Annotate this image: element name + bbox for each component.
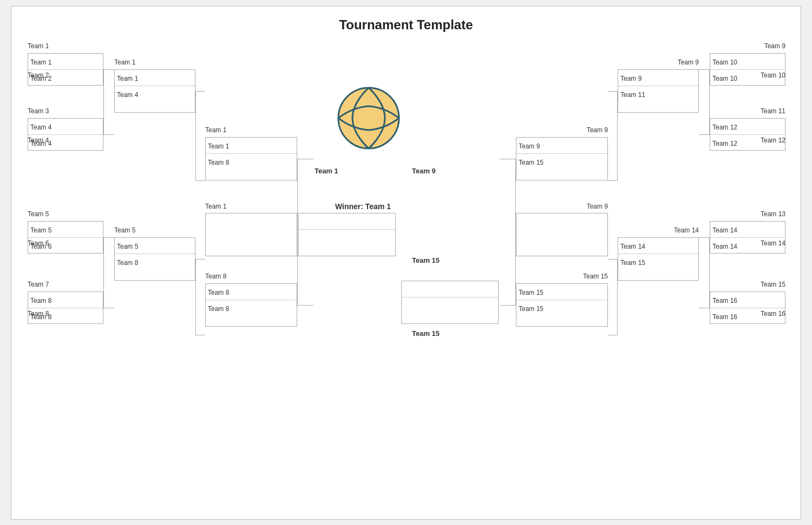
r4r-inner (516, 213, 607, 256)
conn-l5-h2 (297, 305, 313, 306)
r3-right-2-label: Team 15 (583, 273, 608, 280)
r4-left-box (205, 213, 297, 256)
r3r1-bottom: Team 15 (516, 154, 607, 170)
team-2-label: Team 2 (28, 72, 49, 79)
match-box-4: Team 8 Team 8 (28, 291, 103, 324)
conn-r5-h1 (500, 159, 516, 159)
r3-right-1-label: Team 9 (587, 126, 608, 134)
team-9-r-label: Team 9 (764, 42, 785, 50)
conn-l3-h1 (195, 91, 205, 92)
winner-label: Winner: Team 1 (335, 202, 391, 211)
final-right-bottom (402, 297, 498, 314)
conn-l1-h1 (103, 69, 114, 70)
r3-right-box-2: Team 15 Team 15 (516, 283, 608, 327)
r3-left-1-label: Team 1 (205, 126, 226, 134)
team-5-label: Team 5 (28, 210, 49, 218)
r3r1-top: Team 9 (516, 138, 607, 154)
r4-right-box (516, 213, 608, 256)
team-6-label: Team 6 (28, 239, 49, 247)
conn-r4-h1 (608, 259, 618, 260)
r4l-inner (206, 213, 297, 256)
team-4-label: Team 4 (28, 137, 49, 144)
conn-l4-h1 (195, 259, 205, 260)
conn-l2-h1 (103, 237, 114, 238)
match-box-12: Team 16 Team 16 (710, 291, 785, 324)
match-box-2: Team 4 Team 4 (28, 118, 103, 151)
semi-right-label: Team 9 (412, 167, 436, 175)
final-left-bottom (299, 230, 395, 246)
r2l2-top: Team 5 (115, 238, 195, 254)
team-7-label: Team 7 (28, 281, 49, 288)
final-left-box (298, 213, 396, 256)
match4-top: Team 8 (28, 292, 103, 308)
conn-r4-v1 (617, 259, 618, 335)
r3r2-top: Team 15 (516, 284, 607, 300)
conn-r1-v1 (709, 69, 710, 134)
r3l2-top: Team 8 (206, 284, 297, 300)
team-13-label: Team 13 (761, 210, 785, 218)
final-right-box (401, 281, 499, 324)
match11-top: Team 14 (710, 222, 785, 238)
team-12-label: Team 12 (761, 137, 785, 144)
conn-l3-v1 (195, 91, 196, 180)
r2-right-box-2: Team 14 Team 15 (618, 237, 699, 281)
conn-l2-v1 (103, 237, 104, 308)
bracket-container: Tournament Template Team 1 Team 1 Team 2… (11, 6, 801, 520)
conn-r3-h2 (608, 180, 618, 181)
team-11-label: Team 11 (761, 107, 785, 115)
match-box-1: Team 1 Team 2 (28, 53, 103, 86)
team-15-label: Team 15 (761, 281, 785, 288)
match1-top: Team 1 (28, 54, 103, 70)
r2r2-bottom: Team 15 (618, 254, 698, 270)
conn-r3-v1 (617, 91, 618, 180)
conn-r2-h2 (699, 308, 710, 308)
conn-r3-h1 (608, 91, 618, 92)
match2-top: Team 4 (28, 119, 103, 135)
team-3-label: Team 3 (28, 107, 49, 115)
team-14-label: Team 14 (761, 239, 785, 247)
r3-left-box-2: Team 8 Team 8 (205, 283, 297, 327)
r4-left-label: Team 1 (205, 203, 226, 210)
conn-l4-v1 (195, 259, 196, 335)
r2r2-top: Team 14 (618, 238, 698, 254)
conn-l3-h2 (195, 180, 205, 181)
r2l1-bottom: Team 4 (115, 86, 195, 102)
conn-l5-h1 (297, 159, 313, 159)
team-16-label: Team 16 (761, 310, 785, 317)
r3-left-2-label: Team 8 (205, 273, 226, 280)
match9-top: Team 10 (710, 54, 785, 70)
r2r1-bottom: Team 11 (618, 86, 698, 102)
conn-l1-v1 (103, 69, 104, 134)
conn-l2-h2 (103, 308, 114, 308)
conn-r1-h2 (699, 134, 710, 135)
match-box-3: Team 5 Team 6 (28, 221, 103, 254)
bracket-main: Team 1 Team 1 Team 2 Team 2 Team 3 Team … (22, 42, 791, 508)
r2l2-bottom: Team 8 (115, 254, 195, 270)
conn-r2-h1 (699, 237, 710, 238)
match-box-9: Team 10 Team 10 (710, 53, 785, 86)
conn-l4-h2 (195, 335, 205, 335)
r3l2-bottom: Team 8 (206, 300, 297, 316)
r2-left-box-1: Team 1 Team 4 (114, 69, 195, 113)
match-box-10: Team 12 Team 12 (710, 118, 785, 151)
conn-r5-h2 (500, 305, 516, 306)
semi-left-label: Team 1 (315, 167, 338, 175)
page-title: Tournament Template (22, 17, 790, 33)
match3-top: Team 5 (28, 222, 103, 238)
r3l1-top: Team 1 (206, 138, 297, 154)
r3r2-bottom: Team 15 (516, 300, 607, 316)
r2-left-1-label: Team 1 (114, 59, 135, 66)
r2-right-1-label: Team 9 (678, 59, 699, 66)
match10-top: Team 12 (710, 119, 785, 135)
r2r1-top: Team 9 (618, 70, 698, 86)
r2-right-box-1: Team 9 Team 11 (618, 69, 699, 113)
team-10-label: Team 10 (761, 72, 785, 79)
final-right-top (402, 281, 498, 297)
r3-right-box-1: Team 9 Team 15 (516, 137, 608, 180)
match-box-11: Team 14 Team 14 (710, 221, 785, 254)
conn-l5-v1 (297, 159, 298, 305)
conn-r1-h1 (699, 69, 710, 70)
r3-left-box-1: Team 1 Team 8 (205, 137, 297, 180)
conn-l1-h2 (103, 134, 114, 135)
r2l1-top: Team 1 (115, 70, 195, 86)
